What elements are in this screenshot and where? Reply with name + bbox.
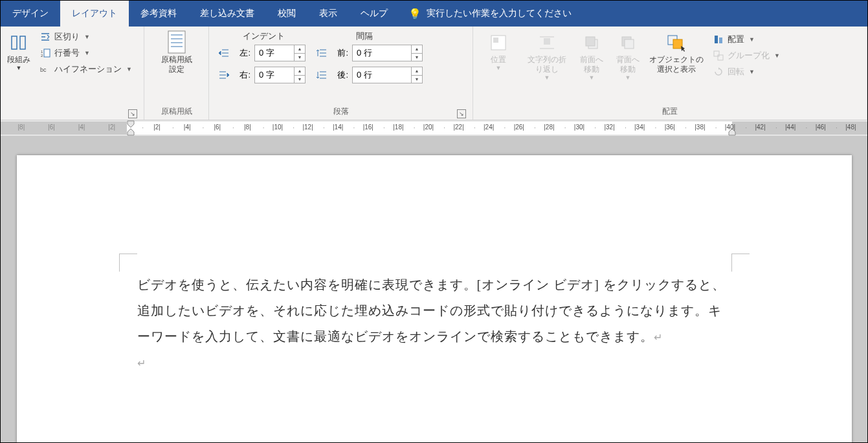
margin-corner-icon: [119, 254, 137, 272]
hyphenation-button[interactable]: bc ハイフネーション ▼: [36, 61, 136, 77]
svg-rect-13: [544, 38, 550, 45]
spacing-before-spinner[interactable]: ▲▼: [352, 45, 423, 61]
svg-rect-0: [12, 36, 17, 49]
svg-rect-17: [586, 37, 595, 46]
ribbon-tabs: デザイン レイアウト 参考資料 差し込み文書 校閲 表示 ヘルプ 💡 実行したい…: [1, 1, 867, 27]
bring-forward-button[interactable]: 前面へ 移動 ▼: [575, 29, 608, 83]
wrap-text-button[interactable]: 文字列の折 り返し ▼: [522, 29, 572, 83]
group-label-genkou: 原稿用紙: [150, 105, 203, 120]
svg-rect-19: [625, 39, 634, 49]
tab-help[interactable]: ヘルプ: [349, 1, 399, 27]
send-backward-icon: [617, 32, 639, 54]
group-label-page-setup: ↘: [6, 116, 139, 120]
document-paragraph[interactable]: ビデオを使うと、伝えたい内容を明確に表現できます。[オンライン ビデオ] をクリ…: [137, 272, 731, 349]
wrap-text-icon: [536, 32, 558, 54]
tab-mailings[interactable]: 差し込み文書: [188, 1, 266, 27]
columns-icon: [8, 32, 30, 54]
spacing-after-input[interactable]: [353, 67, 411, 83]
indent-right-icon: [218, 70, 230, 80]
margin-corner-icon: [731, 254, 750, 272]
spinner-down-icon[interactable]: ▼: [412, 54, 422, 61]
indent-right-spinner[interactable]: ▲▼: [254, 67, 306, 83]
spinner-down-icon[interactable]: ▼: [295, 76, 305, 83]
spinner-up-icon[interactable]: ▲: [412, 67, 422, 76]
genkou-icon: [166, 32, 188, 54]
position-icon: [487, 32, 509, 54]
chevron-down-icon: ▼: [84, 34, 90, 40]
spacing-after-icon: [316, 70, 328, 80]
spinner-down-icon[interactable]: ▼: [295, 54, 305, 61]
group-label-arrange: 配置: [478, 105, 862, 120]
send-backward-button[interactable]: 背面へ 移動 ▼: [612, 29, 644, 83]
spacing-before-label: 前:: [331, 47, 348, 59]
line-numbers-icon: 12: [39, 47, 51, 59]
rotate-button[interactable]: 回転 ▼: [709, 64, 784, 80]
svg-rect-21: [673, 39, 682, 49]
chevron-down-icon: ▼: [126, 66, 132, 72]
spinner-down-icon[interactable]: ▼: [412, 76, 422, 83]
spacing-before-icon: [316, 49, 328, 58]
spacing-after-spinner[interactable]: ▲▼: [352, 67, 423, 83]
group-label-paragraph: 段落 ↘: [214, 105, 467, 120]
selection-pane-button[interactable]: オブジェクトの 選択と表示: [648, 29, 705, 77]
tab-view[interactable]: 表示: [307, 1, 349, 27]
dialog-launcher-icon[interactable]: ↘: [128, 109, 137, 118]
indent-header: インデント: [243, 30, 285, 42]
chevron-down-icon: ▼: [16, 65, 22, 71]
ribbon: 段組み ▼ 区切り ▼ 12 行番号 ▼: [1, 27, 867, 120]
chevron-down-icon: ▼: [544, 74, 550, 81]
svg-rect-25: [718, 55, 723, 60]
genkou-youshi-button[interactable]: 原稿用紙 設定: [151, 29, 203, 77]
indent-left-icon: [218, 49, 230, 58]
group-objects-button[interactable]: グループ化 ▼: [709, 48, 784, 63]
spinner-up-icon[interactable]: ▲: [412, 45, 422, 54]
pilcrow-icon: ↵: [137, 358, 146, 369]
tab-layout[interactable]: レイアウト: [60, 1, 129, 27]
align-icon: [713, 34, 724, 45]
group-icon: [713, 50, 724, 61]
svg-text:2: 2: [41, 54, 43, 58]
svg-text:bc: bc: [40, 67, 47, 73]
breaks-icon: [39, 31, 51, 43]
chevron-down-icon: ▼: [589, 74, 595, 81]
tell-me-placeholder: 実行したい作業を入力してください: [427, 8, 572, 19]
pilcrow-icon: ↵: [654, 332, 663, 343]
chevron-down-icon: ▼: [749, 69, 755, 75]
svg-rect-24: [714, 51, 719, 56]
spacing-before-input[interactable]: [353, 45, 411, 61]
spacing-after-label: 後:: [331, 69, 348, 81]
document-page[interactable]: ビデオを使うと、伝えたい内容を明確に表現できます。[オンライン ビデオ] をクリ…: [17, 155, 852, 443]
document-area[interactable]: ビデオを使うと、伝えたい内容を明確に表現できます。[オンライン ビデオ] をクリ…: [1, 136, 867, 443]
tab-review[interactable]: 校閲: [266, 1, 307, 27]
spinner-up-icon[interactable]: ▲: [295, 45, 305, 54]
indent-right-input[interactable]: [255, 67, 294, 83]
dialog-launcher-icon[interactable]: ↘: [457, 109, 466, 118]
position-button[interactable]: 位置 ▼: [478, 29, 518, 74]
left-indent-marker[interactable]: [127, 128, 135, 136]
spinner-up-icon[interactable]: ▲: [295, 67, 305, 76]
tab-design[interactable]: デザイン: [1, 1, 60, 27]
chevron-down-icon: ▼: [749, 36, 755, 43]
horizontal-ruler[interactable]: |8||6||4||2||2||4||6||8||10||12||14||16|…: [1, 120, 867, 136]
svg-rect-22: [715, 36, 718, 43]
chevron-down-icon: ▼: [496, 65, 502, 71]
indent-left-input[interactable]: [255, 45, 294, 61]
tell-me-search[interactable]: 💡 実行したい作業を入力してください: [408, 8, 572, 20]
columns-button[interactable]: 段組み ▼: [6, 29, 32, 74]
spacing-header: 間隔: [356, 30, 373, 42]
indent-left-spinner[interactable]: ▲▼: [254, 45, 306, 61]
svg-rect-23: [719, 38, 722, 43]
svg-rect-1: [20, 36, 25, 49]
chevron-down-icon: ▼: [84, 50, 90, 56]
document-empty-paragraph[interactable]: ↵: [137, 349, 731, 375]
hyphenation-icon: bc: [39, 63, 51, 75]
svg-rect-6: [168, 31, 185, 53]
align-button[interactable]: 配置 ▼: [709, 32, 784, 47]
tab-references[interactable]: 参考資料: [129, 1, 188, 27]
chevron-down-icon: ▼: [625, 74, 631, 81]
indent-left-label: 左:: [234, 47, 250, 59]
svg-rect-12: [493, 38, 498, 43]
line-numbers-button[interactable]: 12 行番号 ▼: [36, 45, 136, 61]
breaks-button[interactable]: 区切り ▼: [36, 29, 136, 45]
selection-pane-icon: [665, 32, 687, 54]
